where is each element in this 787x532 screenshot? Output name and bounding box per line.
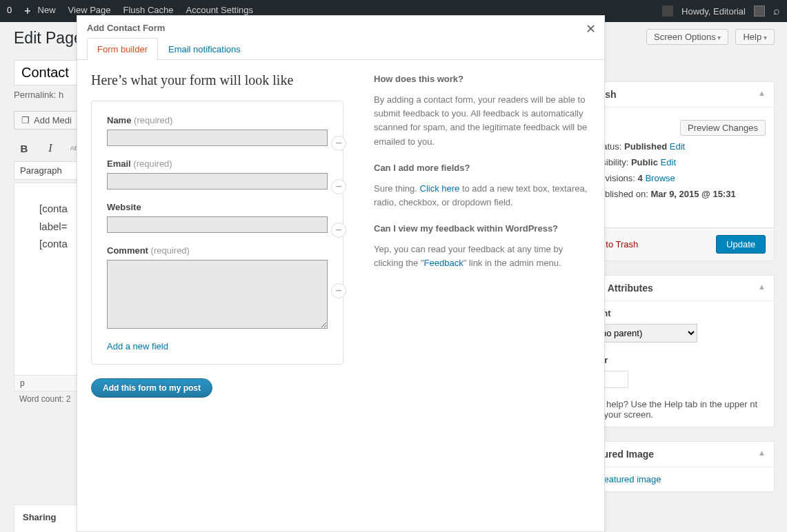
- featured-image-box: atured Image ▲ a featured image: [585, 441, 775, 492]
- feedback-link[interactable]: Feedback: [424, 258, 464, 268]
- add-media-label: Add Medi: [34, 115, 72, 125]
- edit-visibility-link[interactable]: Edit: [661, 157, 676, 167]
- form-preview: Name (required) − Email (required) − Web…: [91, 101, 343, 365]
- attributes-help-text: ed help? Use the Help tab in the upper n…: [594, 399, 766, 420]
- field-label: Name: [107, 115, 131, 125]
- editor-path: p: [20, 378, 25, 388]
- field-comment: Comment (required) −: [107, 245, 328, 329]
- help-button[interactable]: Help: [735, 29, 775, 45]
- page-attributes-box: ge Attributes ▲ rent no parent) der ed h…: [585, 275, 775, 427]
- adminbar-comments-count[interactable]: 0: [7, 5, 12, 17]
- website-input[interactable]: [107, 216, 328, 233]
- email-input[interactable]: [107, 173, 328, 190]
- edit-status-link[interactable]: Edit: [670, 141, 685, 152]
- remove-field-icon[interactable]: −: [331, 136, 346, 151]
- name-input[interactable]: [107, 130, 328, 146]
- box-toggle-icon[interactable]: ▲: [758, 449, 766, 460]
- help-paragraph: Sure thing. Click here to add a new text…: [374, 182, 590, 209]
- help-heading: Can I add more fields?: [374, 161, 590, 175]
- help-paragraph: Yep, you can read your feedback at any t…: [374, 243, 590, 270]
- visibility-value: Public: [631, 157, 658, 167]
- remove-field-icon[interactable]: −: [331, 179, 346, 194]
- required-indicator: (required): [133, 158, 172, 169]
- parent-select[interactable]: no parent): [594, 324, 697, 342]
- screen-options-button[interactable]: Screen Options: [646, 29, 728, 45]
- field-website: Website −: [107, 202, 328, 233]
- help-heading: How does this work?: [374, 72, 590, 86]
- required-indicator: (required): [151, 245, 190, 256]
- box-toggle-icon[interactable]: ▲: [758, 283, 766, 294]
- tab-email-notifications[interactable]: Email notifications: [158, 38, 251, 60]
- add-media-button[interactable]: ❐ Add Medi: [14, 111, 79, 130]
- field-name: Name (required) −: [107, 115, 328, 146]
- field-label: Comment: [107, 245, 148, 256]
- avatar[interactable]: [754, 6, 765, 17]
- published-on-value: Mar 9, 2015 @ 15:31: [650, 189, 735, 199]
- preview-changes-button[interactable]: Preview Changes: [680, 120, 766, 136]
- browse-revisions-link[interactable]: Browse: [645, 173, 675, 183]
- field-label: Website: [107, 202, 141, 212]
- click-here-link[interactable]: Click here: [420, 183, 460, 194]
- plus-icon[interactable]: +: [24, 5, 30, 17]
- bold-button[interactable]: B: [14, 139, 34, 157]
- help-paragraph: By adding a contact form, your readers w…: [374, 93, 590, 149]
- comment-textarea[interactable]: [107, 260, 328, 329]
- help-heading: Can I view my feedback within WordPress?: [374, 222, 590, 236]
- add-contact-form-modal: Add Contact Form ✕ Form builder Email no…: [77, 15, 605, 532]
- media-icon: ❐: [21, 115, 30, 125]
- adminbar-new[interactable]: New: [38, 5, 56, 17]
- field-email: Email (required) −: [107, 158, 328, 190]
- form-preview-heading: Here’s what your form will look like: [91, 72, 343, 88]
- status-value: Published: [624, 141, 667, 152]
- add-new-field-link[interactable]: Add a new field: [107, 341, 168, 351]
- modal-title: Add Contact Form: [87, 23, 595, 33]
- remove-field-icon[interactable]: −: [331, 223, 346, 238]
- adminbar-howdy[interactable]: Howdy, Editorial: [681, 6, 746, 17]
- required-indicator: (required): [134, 115, 172, 125]
- search-icon[interactable]: ⌕: [773, 5, 780, 17]
- order-label: der: [594, 355, 766, 365]
- add-form-to-post-button[interactable]: Add this form to my post: [91, 378, 212, 398]
- revisions-value: 4: [638, 173, 643, 183]
- parent-label: rent: [594, 308, 766, 318]
- modal-help-text: How does this work? By adding a contact …: [374, 71, 590, 398]
- publish-box: blish ▲ Preview Changes Status: Publishe…: [585, 81, 775, 261]
- field-label: Email: [107, 158, 131, 169]
- box-toggle-icon[interactable]: ▲: [758, 89, 766, 100]
- notification-icon[interactable]: [662, 6, 673, 17]
- italic-button[interactable]: I: [40, 139, 61, 157]
- update-button[interactable]: Update: [716, 235, 766, 254]
- remove-field-icon[interactable]: −: [331, 283, 346, 298]
- close-icon[interactable]: ✕: [586, 21, 596, 37]
- tab-form-builder[interactable]: Form builder: [87, 38, 158, 60]
